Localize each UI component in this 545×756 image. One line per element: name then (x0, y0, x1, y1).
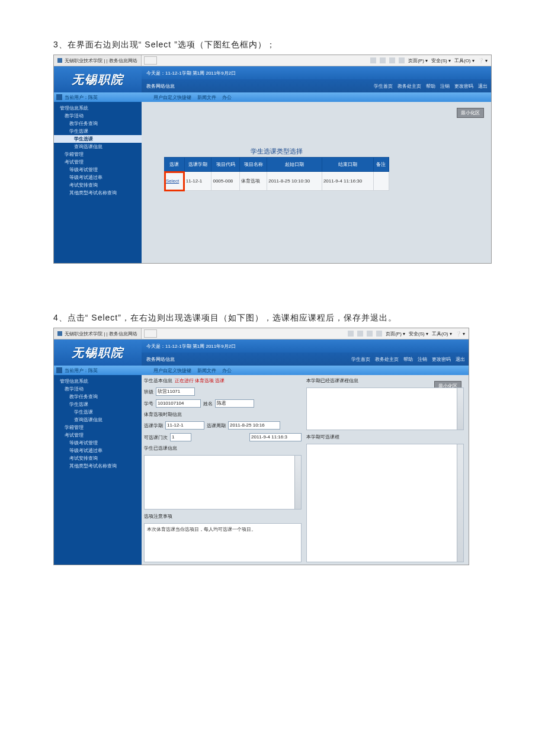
userbar-shortcut[interactable]: 用户自定义快捷键 (153, 94, 191, 101)
print-icon[interactable] (399, 57, 405, 63)
print-icon[interactable] (376, 331, 382, 337)
term-selected-label: 本学期已经选课课程信息 (306, 377, 464, 384)
sidebar-item[interactable]: 其他类型考试名称查询 (54, 189, 142, 197)
menu-help[interactable]: ❔ ▾ (478, 58, 488, 63)
home-icon[interactable] (370, 57, 376, 63)
topnav-help[interactable]: 帮助 (426, 83, 435, 89)
perm-label: 选课周期 (207, 422, 226, 429)
available-courses-panel[interactable] (306, 444, 464, 562)
sno-input[interactable]: 1010107104 (156, 399, 201, 408)
course-type-table: 选课 选课学期 项目代码 项目名称 起始日期 结束日期 备注 (164, 157, 389, 191)
cell-code: 0005-008 (211, 172, 240, 191)
class-label: 班级 (144, 389, 153, 395)
selected-courses-label: 学生已选课信息 (144, 445, 302, 451)
table-row: Select 11-12-1 0005-008 体育选项 2011-8-25 1… (165, 172, 389, 191)
sidebar-item[interactable]: 教学任务查询 (54, 120, 142, 127)
menu-safety[interactable]: 安全(S) ▾ (431, 57, 451, 64)
topnav-home[interactable]: 学生首页 (374, 83, 393, 89)
userbar-news[interactable]: 新闻文件 (197, 367, 216, 374)
th-start: 起始日期 (267, 158, 322, 172)
term-label: 选课学期 (144, 422, 163, 429)
topnav-exit[interactable]: 退出 (456, 356, 465, 363)
sidebar-item[interactable]: 查询选课信息 (54, 416, 142, 424)
name-label: 姓名 (203, 401, 213, 407)
term-input[interactable]: 11-12-1 (165, 421, 204, 430)
sidebar-item[interactable]: 管理信息系统 (54, 104, 142, 112)
sidebar-item[interactable]: 考试管理 (54, 158, 142, 166)
name-input[interactable]: 陈君 (215, 399, 254, 408)
home-icon[interactable] (56, 94, 62, 100)
sidebar-item[interactable]: 考试管理 (54, 431, 142, 439)
userbar-office[interactable]: 办公 (222, 367, 232, 374)
sidebar-item[interactable]: 学生选课 (54, 401, 142, 408)
cell-end: 2011-9-4 11:16:30 (322, 172, 373, 191)
feed-icon[interactable] (380, 57, 386, 63)
end-input[interactable]: 2011-9-4 11:16:3 (249, 433, 302, 441)
term-selected-panel[interactable] (306, 387, 464, 430)
minimize-button[interactable]: 最小化区 (457, 108, 484, 118)
menu-tools[interactable]: 工具(O) ▾ (432, 331, 452, 337)
browser-tab[interactable]: 无锡职业技术学院 | | 教务信息网络 (54, 328, 142, 339)
ie-toolbar: 无锡职业技术学院 | | 教务信息网络 页面(P) ▾ 安全(S) ▾ 工具(O… (54, 55, 491, 66)
sidebar-item[interactable]: 其他类型考试名称查询 (54, 462, 142, 470)
banner-date: 今天是：11-12-1学期 第1周 2011年9月2日 (142, 66, 491, 79)
sidebar-item[interactable]: 教学活动 (54, 385, 142, 393)
banner-date: 今天是：11-12-1学期 第1周 2011年9月2日 (142, 339, 469, 353)
sidebar-item[interactable]: 学生选课 (54, 408, 142, 416)
home-icon[interactable] (348, 331, 354, 337)
sidebar-item[interactable]: 等级考试管理 (54, 166, 142, 174)
sidebar-item-selected[interactable]: 学生选课 (54, 135, 142, 143)
sidebar-item[interactable]: 教学活动 (54, 112, 142, 120)
topnav-pwd[interactable]: 更改密码 (432, 356, 451, 363)
main-area: 最小化区 学生基本信息 正在进行 体育选项 选课 班级 软营11071 (142, 375, 469, 565)
sidebar-item[interactable]: 学籍管理 (54, 424, 142, 431)
browser-tab[interactable]: 无锡职业技术学院 | | 教务信息网络 (54, 55, 142, 66)
sidebar-item[interactable]: 考试安排查询 (54, 454, 142, 462)
topnav-logout[interactable]: 注销 (440, 83, 450, 89)
brand-logo: 无锡职院 (54, 339, 142, 366)
sidebar-item[interactable]: 考试安排查询 (54, 181, 142, 189)
menu-tools[interactable]: 工具(O) ▾ (454, 57, 475, 64)
mail-icon[interactable] (367, 331, 373, 337)
select-link[interactable]: Select (166, 178, 179, 184)
menu-page[interactable]: 页面(P) ▾ (408, 57, 428, 64)
tab-title: 无锡职业技术学院 | | 教务信息网络 (65, 57, 137, 64)
count-input[interactable]: 1 (170, 433, 191, 441)
th-term: 选课学期 (184, 158, 211, 172)
userbar-office[interactable]: 办公 (222, 94, 232, 101)
sidebar-item[interactable]: 查询选课信息 (54, 143, 142, 150)
start-input[interactable]: 2011-8-25 10:16 (228, 421, 280, 430)
mail-icon[interactable] (389, 57, 395, 63)
sidebar-item[interactable]: 教学任务查询 (54, 393, 142, 401)
menu-page[interactable]: 页面(P) ▾ (386, 331, 405, 337)
notes-text: 本次体育选课当你选项目，每人均可选课一个项目。 (144, 523, 302, 562)
class-input[interactable]: 软营11071 (156, 387, 195, 396)
sidebar-item[interactable]: 等级考试管理 (54, 439, 142, 447)
menu-safety[interactable]: 安全(S) ▾ (409, 331, 428, 337)
tab-favicon-icon (57, 58, 62, 63)
sidebar: 管理信息系统 教学活动 教学任务查询 学生选课 学生选课 查询选课信息 学籍管理… (54, 375, 142, 565)
feed-icon[interactable] (357, 331, 363, 337)
topnav-jw[interactable]: 教务处主页 (397, 83, 421, 89)
tab-title: 无锡职业技术学院 | | 教务信息网络 (65, 331, 137, 337)
topnav-help[interactable]: 帮助 (403, 356, 413, 363)
topnav-home[interactable]: 学生首页 (351, 356, 370, 363)
home-icon[interactable] (56, 367, 62, 373)
userbar-news[interactable]: 新闻文件 (197, 94, 216, 101)
new-tab-button[interactable] (144, 56, 157, 65)
sidebar-item[interactable]: 等级考试通过率 (54, 447, 142, 454)
topnav-exit[interactable]: 退出 (478, 83, 488, 89)
userbar-shortcut[interactable]: 用户自定义快捷键 (153, 367, 191, 374)
period-section-label: 体育选项时期信息 (144, 411, 302, 418)
new-tab-button[interactable] (144, 329, 157, 338)
sidebar-item[interactable]: 学籍管理 (54, 150, 142, 158)
menu-help[interactable]: ❔ ▾ (456, 331, 465, 337)
topnav-pwd[interactable]: 更改密码 (454, 83, 473, 89)
topnav-logout[interactable]: 注销 (418, 356, 427, 363)
selected-courses-panel[interactable] (144, 455, 302, 510)
topnav-jw[interactable]: 教务处主页 (375, 356, 399, 363)
sidebar-item[interactable]: 管理信息系统 (54, 377, 142, 385)
sidebar-item[interactable]: 学生选课 (54, 127, 142, 135)
sidebar-item[interactable]: 等级考试通过率 (54, 174, 142, 181)
th-name: 项目名称 (240, 158, 267, 172)
